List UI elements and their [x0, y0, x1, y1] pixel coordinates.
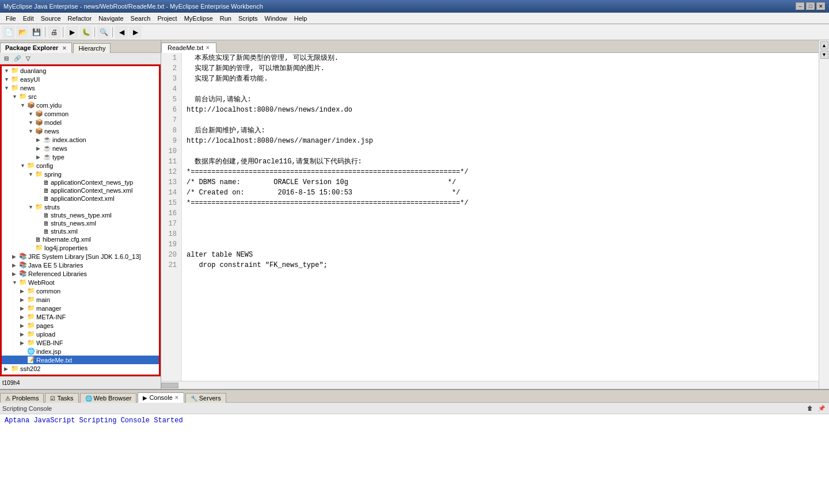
tree-item-16[interactable]: ▼📁struts: [2, 203, 159, 211]
editor-tab-readme[interactable]: ReadeMe.txt ✕: [161, 43, 216, 53]
run-button[interactable]: ▶: [66, 26, 78, 39]
tree-toggle-24[interactable]: ▶: [12, 271, 19, 277]
tree-item-19[interactable]: 🗎struts.xml: [2, 227, 159, 235]
bottom-tab-console[interactable]: ▶Console✕: [138, 392, 184, 403]
tree-item-11[interactable]: ▼📁config: [2, 161, 159, 170]
save-button[interactable]: 💾: [30, 26, 43, 39]
tree-toggle-26[interactable]: ▶: [20, 288, 27, 294]
right-panel-btn-2[interactable]: ▼: [820, 51, 828, 59]
tree-item-3[interactable]: ▼📁src: [2, 92, 159, 101]
collapse-all-button[interactable]: ⊟: [1, 54, 12, 63]
menu-item-search[interactable]: Search: [127, 14, 154, 23]
tree-item-21[interactable]: 📁log4j.properties: [2, 243, 159, 252]
maximize-button[interactable]: □: [806, 2, 815, 10]
tree-item-24[interactable]: ▶📚Referenced Libraries: [2, 269, 159, 278]
tree-item-7[interactable]: ▼📦news: [2, 127, 159, 135]
menu-item-help[interactable]: Help: [291, 14, 311, 23]
tree-item-23[interactable]: ▶📚Java EE 5 Libraries: [2, 261, 159, 269]
menu-item-project[interactable]: Project: [154, 14, 180, 23]
sidebar-menu-button[interactable]: ▽: [23, 54, 33, 63]
close-button[interactable]: ✕: [816, 2, 826, 10]
tree-item-9[interactable]: ▶☕news: [2, 144, 159, 152]
tree-item-10[interactable]: ▶☕type: [2, 152, 159, 161]
tree-toggle-8[interactable]: ▶: [36, 137, 43, 143]
tree-item-29[interactable]: ▶📁META-INF: [2, 312, 159, 321]
menu-item-run[interactable]: Run: [216, 14, 235, 23]
menu-item-file[interactable]: File: [2, 14, 20, 23]
tree-item-0[interactable]: ▼📁duanlang: [2, 66, 159, 75]
tree-item-1[interactable]: ▼📁easyUI: [2, 75, 159, 83]
tree-toggle-10[interactable]: ▶: [36, 154, 43, 160]
editor-content[interactable]: 123456789101112131415161718192021 本系统实现了…: [161, 53, 819, 381]
tree-item-33[interactable]: 🌐index.jsp: [2, 347, 159, 356]
menu-item-refactor[interactable]: Refactor: [64, 14, 96, 23]
tree-item-6[interactable]: ▼📦model: [2, 118, 159, 127]
tree-item-2[interactable]: ▼📁news: [2, 83, 159, 92]
code-content[interactable]: 本系统实现了新闻类型的管理, 可以无限级别. 实现了新闻的管理, 可以增加新闻的…: [182, 53, 819, 381]
tree-item-18[interactable]: 🗎struts_news.xml: [2, 219, 159, 227]
tree-toggle-31[interactable]: ▶: [20, 331, 27, 337]
tab-package-explorer-close[interactable]: ✕: [62, 45, 67, 51]
tree-toggle-5[interactable]: ▼: [28, 111, 35, 117]
editor-tab-readme-close[interactable]: ✕: [206, 45, 210, 51]
bottom-tab-tasks[interactable]: ☑Tasks: [45, 393, 78, 403]
tree-item-32[interactable]: ▶📁WEB-INF: [2, 338, 159, 347]
print-button[interactable]: 🖨: [48, 26, 60, 39]
tree-item-20[interactable]: 🗎hibernate.cfg.xml: [2, 235, 159, 243]
open-button[interactable]: 📂: [16, 26, 29, 39]
bottom-tab-web-browser[interactable]: 🌐Web Browser: [80, 393, 137, 403]
menu-item-myeclipse[interactable]: MyEclipse: [181, 14, 216, 23]
back-button[interactable]: ◀: [115, 26, 128, 39]
forward-button[interactable]: ▶: [129, 26, 142, 39]
tree-toggle-11[interactable]: ▼: [20, 163, 27, 169]
tree-item-27[interactable]: ▶📁main: [2, 295, 159, 304]
new-button[interactable]: 📄: [2, 26, 15, 39]
tree-item-13[interactable]: 🗎applicationContext_news_typ: [2, 178, 159, 186]
tree-toggle-25[interactable]: ▼: [12, 280, 19, 285]
tree-area[interactable]: ▼📁duanlang▼📁easyUI▼📁news▼📁src▼📦com.yidu▼…: [0, 64, 161, 376]
tree-toggle-9[interactable]: ▶: [36, 146, 43, 151]
tree-item-4[interactable]: ▼📦com.yidu: [2, 101, 159, 109]
tree-toggle-16[interactable]: ▼: [28, 204, 35, 210]
console-clear-button[interactable]: 🗑: [805, 404, 815, 413]
tree-item-15[interactable]: 🗎applicationContext.xml: [2, 194, 159, 203]
tree-item-31[interactable]: ▶📁upload: [2, 330, 159, 338]
tree-item-28[interactable]: ▶📁manager: [2, 304, 159, 312]
search-button[interactable]: 🔍: [97, 26, 110, 39]
tree-toggle-2[interactable]: ▼: [4, 85, 11, 91]
tree-toggle-0[interactable]: ▼: [4, 68, 11, 74]
tree-toggle-27[interactable]: ▶: [20, 297, 27, 303]
tab-package-explorer[interactable]: Package Explorer ✕: [0, 43, 72, 53]
debug-button[interactable]: 🐛: [79, 26, 92, 39]
console-pin-button[interactable]: 📌: [816, 404, 827, 413]
tree-item-26[interactable]: ▶📁common: [2, 287, 159, 295]
tree-item-12[interactable]: ▼📁spring: [2, 170, 159, 178]
tree-toggle-23[interactable]: ▶: [12, 262, 19, 268]
menu-item-source[interactable]: Source: [37, 14, 64, 23]
tree-toggle-12[interactable]: ▼: [28, 171, 35, 177]
menu-item-edit[interactable]: Edit: [20, 14, 37, 23]
tree-toggle-30[interactable]: ▶: [20, 323, 27, 329]
tree-toggle-32[interactable]: ▶: [20, 340, 27, 346]
tree-toggle-1[interactable]: ▼: [4, 77, 11, 82]
tree-toggle-6[interactable]: ▼: [28, 120, 35, 125]
bottom-tab-close-console[interactable]: ✕: [174, 395, 179, 400]
menu-item-navigate[interactable]: Navigate: [95, 14, 127, 23]
tree-toggle-29[interactable]: ▶: [20, 314, 27, 320]
menu-item-window[interactable]: Window: [261, 14, 291, 23]
tree-item-17[interactable]: 🗎struts_news_type.xml: [2, 211, 159, 219]
menu-item-scripts[interactable]: Scripts: [235, 14, 261, 23]
tree-toggle-28[interactable]: ▶: [20, 306, 27, 311]
tree-toggle-4[interactable]: ▼: [20, 102, 27, 108]
right-panel-btn-1[interactable]: ▲: [820, 41, 828, 49]
tree-item-25[interactable]: ▼📁WebRoot: [2, 278, 159, 287]
tree-toggle-35[interactable]: ▶: [4, 366, 11, 372]
tree-toggle-22[interactable]: ▶: [12, 254, 19, 259]
tree-item-5[interactable]: ▼📦common: [2, 109, 159, 118]
tree-item-22[interactable]: ▶📚JRE System Library [Sun JDK 1.6.0_13]: [2, 252, 159, 261]
tree-item-34[interactable]: 📝ReadeMe.txt: [2, 356, 159, 364]
bottom-tab-servers[interactable]: 🔧Servers: [185, 393, 226, 403]
editor-scrollbar-x[interactable]: [161, 381, 819, 389]
tree-toggle-3[interactable]: ▼: [12, 94, 19, 100]
tab-hierarchy[interactable]: Hierarchy: [73, 43, 111, 53]
